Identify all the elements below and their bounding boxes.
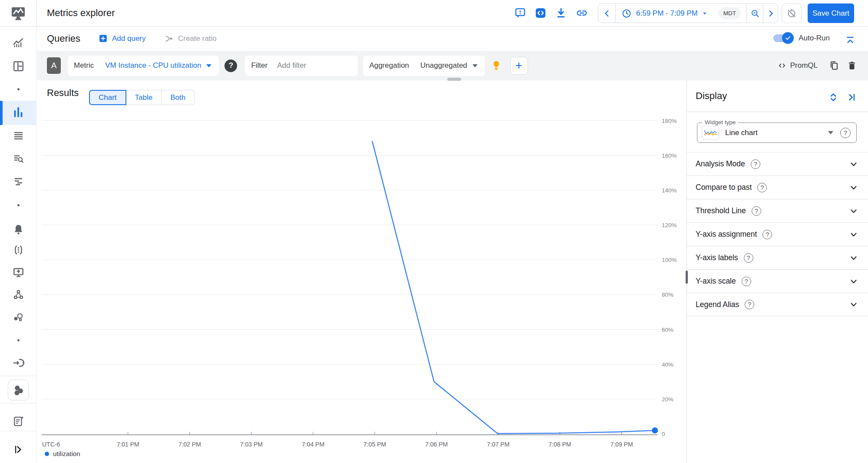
svg-text:7:05 PM: 7:05 PM [363, 441, 386, 448]
svg-text:7:02 PM: 7:02 PM [178, 441, 201, 448]
collapse-panel-icon[interactable] [846, 92, 858, 103]
page-title: Metrics explorer [47, 7, 115, 19]
widget-type-help-icon[interactable]: ? [840, 128, 851, 138]
auto-refresh-off-button[interactable] [782, 3, 802, 23]
expand-rail-button[interactable] [0, 439, 36, 460]
svg-text:40%: 40% [662, 361, 673, 368]
help-icon[interactable]: ? [744, 253, 753, 263]
svg-text:80%: 80% [662, 291, 673, 298]
help-icon[interactable]: ? [742, 277, 751, 286]
section-y-axis-assignment[interactable]: Y-axis assignment ? [687, 222, 868, 246]
rail-divider [0, 403, 36, 403]
feedback-icon[interactable] [514, 7, 526, 19]
widget-type-select[interactable]: Widget type Line chart ? [697, 122, 857, 143]
overflow-dot-icon [17, 339, 20, 341]
services-icon [12, 288, 25, 301]
header-divider [36, 0, 37, 26]
chevron-down-icon [849, 300, 858, 309]
sidebar-item-integrations[interactable] [0, 307, 36, 327]
dropdown-arrow-icon [701, 10, 708, 17]
overflow-dot-icon [17, 88, 20, 90]
svg-text:7:07 PM: 7:07 PM [487, 441, 509, 448]
sidebar-item-vm-monitor[interactable] [0, 262, 36, 283]
overview-chart-icon [12, 36, 25, 49]
display-sections: Analysis Mode ? Compare to past ? Thresh… [687, 152, 868, 316]
help-icon[interactable]: ? [745, 300, 754, 309]
time-forward-button[interactable] [763, 4, 778, 23]
chevron-down-icon [849, 277, 858, 286]
metrics-explorer-bars-icon [12, 106, 25, 119]
widget-type-value: Line chart [725, 129, 758, 137]
rail-divider [0, 431, 36, 431]
section-threshold-line[interactable]: Threshold Line ? [687, 199, 868, 222]
svg-text:60%: 60% [662, 327, 673, 333]
help-icon[interactable]: ? [757, 183, 767, 192]
line-chart-thumbnail-icon [702, 126, 719, 139]
time-back-button[interactable] [598, 4, 616, 23]
time-zoom-out-button[interactable] [747, 4, 763, 23]
sidebar-item-more-1[interactable] [0, 79, 36, 99]
time-range-value: 6:59 PM - 7:09 PM [636, 9, 698, 18]
chevron-down-icon [849, 159, 858, 169]
help-icon[interactable]: ? [752, 206, 761, 216]
section-y-axis-scale[interactable]: Y-axis scale ? [687, 269, 868, 293]
help-icon[interactable]: ? [762, 230, 772, 239]
left-nav-rail [0, 26, 36, 463]
logs-search-icon [12, 152, 25, 165]
alerting-bell-icon [12, 223, 25, 236]
svg-text:7:04 PM: 7:04 PM [302, 441, 324, 448]
sidebar-item-list[interactable] [0, 125, 36, 146]
dropdown-arrow-icon [828, 131, 833, 134]
help-icon[interactable]: ? [751, 159, 760, 169]
sidebar-item-alerting[interactable] [0, 219, 36, 240]
dashboards-icon [12, 60, 25, 73]
sidebar-item-trace[interactable] [0, 171, 36, 192]
expand-rail-icon [13, 444, 24, 455]
release-notes-icon [12, 415, 24, 427]
svg-text:120%: 120% [662, 222, 677, 228]
chart-legend[interactable]: utilization [45, 450, 80, 457]
svg-text:7:06 PM: 7:06 PM [425, 441, 448, 448]
section-y-axis-labels[interactable]: Y-axis labels ? [687, 246, 868, 269]
svg-text:100%: 100% [662, 257, 677, 263]
sidebar-item-uptime-checks[interactable] [0, 239, 36, 260]
save-chart-button[interactable]: Save Chart [808, 3, 854, 23]
svg-text:7:01 PM: 7:01 PM [117, 441, 139, 448]
code-api-icon[interactable] [535, 7, 547, 19]
monitoring-logo-icon [10, 5, 27, 22]
svg-text:0: 0 [662, 431, 665, 437]
svg-text:160%: 160% [662, 152, 677, 159]
row-resize-handle[interactable] [447, 78, 461, 81]
download-icon[interactable] [555, 7, 567, 19]
sidebar-item-data-ingest[interactable] [0, 352, 36, 373]
svg-text:7:09 PM: 7:09 PM [610, 441, 633, 448]
sidebar-item-logs[interactable] [0, 148, 36, 169]
integrations-icon [12, 311, 25, 324]
series-legend-label: utilization [53, 450, 80, 457]
sidebar-item-pinned-product[interactable] [0, 380, 36, 400]
sidebar-item-dashboards[interactable] [0, 56, 36, 76]
time-range-control: 6:59 PM - 7:09 PM MDT [598, 3, 778, 23]
svg-text:140%: 140% [662, 187, 677, 194]
sidebar-item-more-2[interactable] [0, 195, 36, 215]
sidebar-item-overview[interactable] [0, 32, 36, 53]
sidebar-item-services[interactable] [0, 284, 36, 305]
chevron-left-icon [602, 9, 612, 18]
section-legend-alias[interactable]: Legend Alias ? [687, 293, 868, 316]
overflow-dot-icon [17, 204, 20, 206]
display-panel-title: Display [696, 90, 727, 102]
unfold-sections-icon[interactable] [828, 92, 839, 103]
hexagons-product-icon [8, 380, 29, 400]
uptime-checks-icon [12, 244, 25, 256]
svg-text:UTC-6: UTC-6 [42, 441, 60, 448]
time-range-dropdown[interactable]: 6:59 PM - 7:09 PM MDT [616, 4, 747, 23]
sidebar-item-release-notes[interactable] [0, 411, 36, 432]
link-icon[interactable] [576, 7, 588, 19]
sidebar-item-metrics-explorer[interactable] [0, 102, 36, 122]
svg-text:7:03 PM: 7:03 PM [240, 441, 263, 448]
section-analysis-mode[interactable]: Analysis Mode ? [687, 152, 868, 175]
timezone-badge: MDT [719, 7, 741, 19]
section-compare-to-past[interactable]: Compare to past ? [687, 175, 868, 199]
panel-divider [687, 112, 868, 112]
sidebar-item-more-3[interactable] [0, 330, 36, 351]
